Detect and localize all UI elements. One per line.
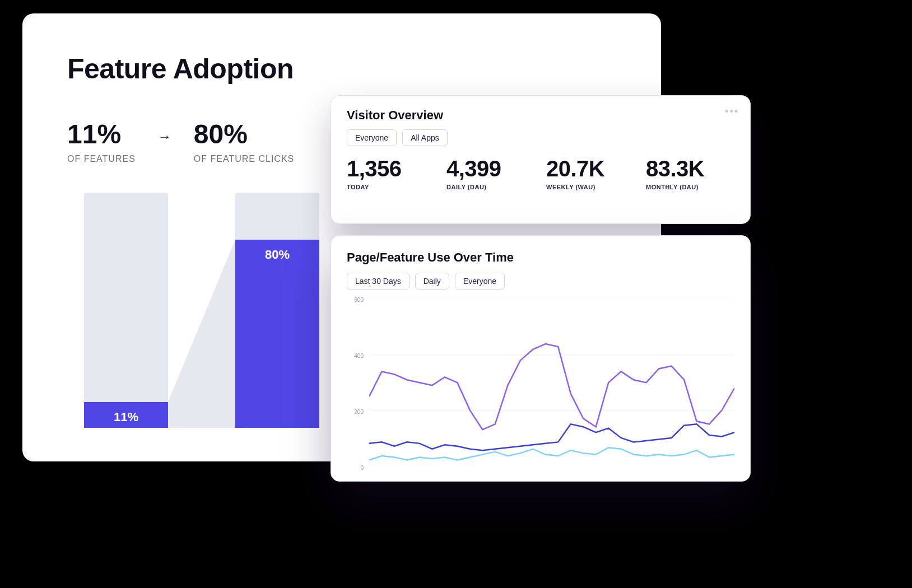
metric: 20.7KWEEKLY (WAU) bbox=[546, 156, 635, 190]
metric-value: 20.7K bbox=[546, 156, 635, 181]
metric-label: TODAY bbox=[347, 184, 435, 190]
line-series bbox=[369, 424, 734, 450]
bar-value-label: 11% bbox=[114, 410, 138, 424]
line-chart-svg bbox=[369, 300, 734, 465]
metric-label: MONTHLY (DAU) bbox=[646, 184, 734, 190]
more-icon[interactable]: ••• bbox=[725, 106, 739, 118]
y-tick-label: 600 bbox=[354, 297, 364, 303]
line-series bbox=[369, 344, 734, 430]
stat-label: OF FEATURES bbox=[67, 154, 136, 164]
filter-chip[interactable]: Everyone bbox=[455, 273, 505, 290]
page-feature-use-card: Page/Feature Use Over Time Last 30 DaysD… bbox=[331, 235, 751, 482]
y-tick-label: 400 bbox=[354, 353, 364, 359]
metric: 83.3KMONTHLY (DAU) bbox=[646, 156, 734, 190]
metric-label: DAILY (DAU) bbox=[446, 184, 535, 190]
bar-value-label: 80% bbox=[265, 248, 290, 262]
metric: 4,399DAILY (DAU) bbox=[446, 156, 535, 190]
stat-value: 11% bbox=[67, 119, 136, 150]
arrow-right-icon: → bbox=[158, 129, 171, 144]
line-series bbox=[369, 447, 734, 460]
stat-label: OF FEATURE CLICKS bbox=[194, 154, 294, 164]
visitor-overview-title: Visitor Overview bbox=[347, 108, 734, 123]
metric-label: WEEKLY (WAU) bbox=[546, 184, 635, 190]
metric-value: 1,356 bbox=[347, 156, 435, 181]
stat-value: 80% bbox=[194, 119, 294, 150]
page-feature-use-filters: Last 30 DaysDailyEveryone bbox=[347, 273, 734, 290]
filter-chip[interactable]: Everyone bbox=[347, 129, 397, 146]
y-tick-label: 0 bbox=[360, 465, 364, 471]
filter-chip[interactable]: Daily bbox=[415, 273, 449, 290]
page-feature-use-title: Page/Feature Use Over Time bbox=[347, 250, 734, 265]
visitor-overview-filters: EveryoneAll Apps bbox=[347, 129, 734, 146]
metric: 1,356TODAY bbox=[347, 156, 435, 190]
filter-chip[interactable]: All Apps bbox=[402, 129, 448, 146]
svg-marker-0 bbox=[168, 240, 235, 428]
metric-value: 4,399 bbox=[446, 156, 535, 181]
bar-fill: 80% bbox=[235, 240, 319, 428]
stat-of-features: 11% OF FEATURES bbox=[67, 119, 136, 164]
filter-chip[interactable]: Last 30 Days bbox=[347, 273, 410, 290]
metric-value: 83.3K bbox=[646, 156, 734, 181]
visitor-overview-card: ••• Visitor Overview EveryoneAll Apps 1,… bbox=[331, 95, 751, 224]
bar-connector bbox=[168, 193, 235, 428]
bar-fill: 11% bbox=[84, 402, 168, 428]
y-tick-label: 200 bbox=[354, 409, 364, 415]
visitor-overview-metrics: 1,356TODAY4,399DAILY (DAU)20.7KWEEKLY (W… bbox=[347, 156, 734, 190]
page-feature-use-chart: 0200400600 bbox=[347, 300, 734, 468]
y-axis-labels: 0200400600 bbox=[347, 300, 364, 468]
bar-of-feature-clicks: 80% bbox=[235, 193, 319, 428]
bar-of-features: 11% bbox=[84, 193, 168, 428]
feature-adoption-bars: 11% 80% bbox=[84, 193, 319, 428]
feature-adoption-title: Feature Adoption bbox=[67, 53, 616, 85]
stat-of-feature-clicks: 80% OF FEATURE CLICKS bbox=[194, 119, 294, 164]
